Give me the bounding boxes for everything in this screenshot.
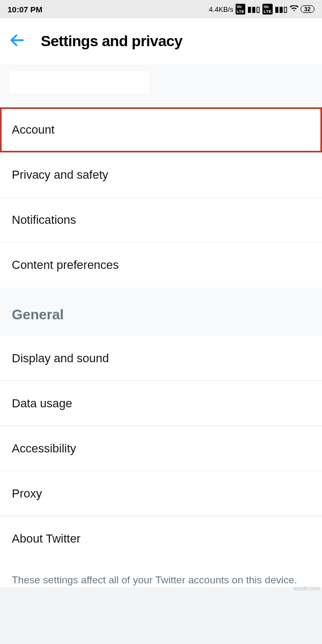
section-header-general: General xyxy=(0,288,322,336)
volte-icon-1: VoLTE xyxy=(236,4,246,14)
row-label: Content preferences xyxy=(12,258,119,272)
app-header: Settings and privacy xyxy=(0,18,322,64)
row-label: Account xyxy=(12,123,55,137)
row-label: Data usage xyxy=(12,397,72,411)
row-label: Proxy xyxy=(12,487,42,501)
status-time: 10:07 PM xyxy=(8,5,42,14)
signal-icon-1: ▮▮▯ xyxy=(247,5,260,13)
row-label: Privacy and safety xyxy=(12,168,108,182)
section-general: Display and sound Data usage Accessibili… xyxy=(0,336,322,561)
row-proxy[interactable]: Proxy xyxy=(0,471,322,516)
row-accessibility[interactable]: Accessibility xyxy=(0,426,322,471)
row-notifications[interactable]: Notifications xyxy=(0,197,322,243)
status-bar: 10:07 PM 4.4KB/s VoLTE ▮▮▯ VoLTE ▮▮▯ 32 xyxy=(0,0,322,18)
footer-note: These settings affect all of your Twitte… xyxy=(0,561,322,587)
wifi-icon xyxy=(290,5,298,13)
arrow-left-icon xyxy=(9,32,26,49)
row-display-and-sound[interactable]: Display and sound xyxy=(0,336,322,381)
row-data-usage[interactable]: Data usage xyxy=(0,381,322,426)
row-account[interactable]: Account xyxy=(0,107,322,152)
section-title: General xyxy=(12,306,64,323)
row-label: Display and sound xyxy=(12,352,109,365)
watermark: wsxdn.com xyxy=(293,586,320,591)
row-label: Accessibility xyxy=(12,442,76,456)
row-content-preferences[interactable]: Content preferences xyxy=(0,243,322,288)
back-button[interactable] xyxy=(9,32,26,51)
page-title: Settings and privacy xyxy=(41,33,182,50)
row-privacy-and-safety[interactable]: Privacy and safety xyxy=(0,152,322,197)
row-about-twitter[interactable]: About Twitter xyxy=(0,516,322,561)
row-label: Notifications xyxy=(12,213,76,227)
content: Account Privacy and safety Notifications… xyxy=(0,64,322,587)
section-account: Account Privacy and safety Notifications… xyxy=(0,107,322,288)
net-speed-label: 4.4KB/s xyxy=(209,5,233,13)
volte-icon-2: VoLTE xyxy=(262,4,273,14)
signal-icon-2: ▮▮▯ xyxy=(275,5,288,13)
status-right: 4.4KB/s VoLTE ▮▮▯ VoLTE ▮▮▯ 32 xyxy=(209,4,314,14)
battery-indicator: 32 xyxy=(301,5,314,13)
user-block xyxy=(0,64,322,107)
user-handle-placeholder xyxy=(10,71,149,93)
row-label: About Twitter xyxy=(12,532,80,546)
